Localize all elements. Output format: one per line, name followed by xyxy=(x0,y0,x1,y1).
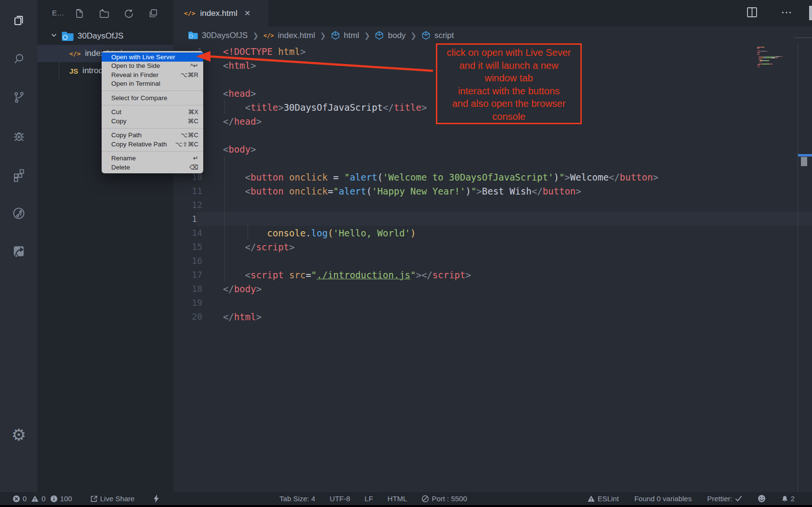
tab-bar: </> index.html ✕ xyxy=(173,0,812,26)
current-line-highlight xyxy=(196,212,812,226)
minimap[interactable] xyxy=(757,47,796,68)
menu-item-rename[interactable]: Rename↵ xyxy=(102,154,203,163)
lightning-status[interactable] xyxy=(153,494,159,503)
code-text: console.log('Hello, World') xyxy=(223,228,416,238)
annotation-text: and also open the browser xyxy=(452,97,566,110)
split-editor-icon[interactable] xyxy=(746,6,758,20)
tab-index-html[interactable]: </> index.html ✕ xyxy=(173,0,268,26)
extensions-icon[interactable] xyxy=(0,160,38,189)
code-line-18: 18</body> xyxy=(173,282,812,296)
code-text: <script src="./introduction.js"></script… xyxy=(223,270,471,280)
line-number: 20 xyxy=(173,312,202,322)
explorer-title: E… xyxy=(52,9,65,17)
indent-guide xyxy=(224,240,225,254)
code-text: </body> xyxy=(223,284,262,294)
source-control-icon[interactable] xyxy=(0,83,38,112)
menu-item-shortcut: ^↵ xyxy=(190,62,198,69)
code-text: <!DOCTYPE html> xyxy=(223,46,306,57)
menu-item-copy-relative-path[interactable]: Copy Relative Path⌥⇧⌘C xyxy=(102,140,203,149)
annotation-text: interact with the buttons xyxy=(458,85,560,98)
symbol-cube-icon xyxy=(375,31,384,40)
scrollbar-thumb[interactable] xyxy=(801,157,807,166)
menu-separator xyxy=(102,105,203,105)
folder-icon xyxy=(188,31,198,39)
warnings-status[interactable]: 0 xyxy=(31,494,45,503)
menu-item-delete[interactable]: Delete⌫ xyxy=(102,163,203,172)
menu-item-copy-path[interactable]: Copy Path⌥⌘C xyxy=(102,131,203,140)
breadcrumb-html[interactable]: html xyxy=(331,31,359,40)
status-bar: 0 0 100 Live Share Tab Size: 4 UTF-8 LF xyxy=(0,492,812,505)
menu-item-open-with-live-server[interactable]: Open with Live Server xyxy=(102,52,203,62)
debug-icon[interactable] xyxy=(0,122,38,151)
breadcrumb-script[interactable]: script xyxy=(421,31,454,40)
new-folder-icon[interactable] xyxy=(98,8,110,19)
menu-item-reveal-in-finder[interactable]: Reveal in Finder⌥⌘R xyxy=(102,70,203,79)
live-share-status[interactable]: Live Share xyxy=(90,494,135,503)
menu-item-cut[interactable]: Cut⌘X xyxy=(102,108,203,117)
menu-item-shortcut: ⌫ xyxy=(190,164,198,171)
breadcrumb-body[interactable]: body xyxy=(375,31,406,40)
code-line-17: 17 <script src="./introduction.js"></scr… xyxy=(173,268,812,282)
indent-guide xyxy=(224,156,225,170)
feedback-status[interactable] xyxy=(758,494,766,503)
code-line-20: 20</html> xyxy=(173,310,812,324)
indent-guide xyxy=(224,226,225,240)
more-actions-icon[interactable] xyxy=(780,6,793,21)
new-file-icon[interactable] xyxy=(74,8,85,19)
overview-cursor-marker xyxy=(798,154,812,156)
eslint-status[interactable]: ESLint xyxy=(587,494,619,503)
info-status[interactable]: 100 xyxy=(50,494,72,503)
menu-item-label: Open in Terminal xyxy=(111,80,198,87)
tree-root-folder[interactable]: 30DaysOfJS xyxy=(38,27,173,45)
menu-item-shortcut: ⌥⌘C xyxy=(181,131,198,139)
tree-root-label: 30DaysOfJS xyxy=(78,31,123,41)
notifications-status[interactable]: 2 xyxy=(781,494,795,503)
close-icon[interactable]: ✕ xyxy=(244,9,250,18)
code-text: <title>30DaysOfJavaScript</title> xyxy=(223,102,427,113)
refresh-icon[interactable] xyxy=(123,8,134,19)
code-text: <button onclick = "alert('Welcome to 30D… xyxy=(223,172,658,182)
gear-icon[interactable]: ⚙ xyxy=(0,420,38,449)
symbol-cube-icon xyxy=(421,31,431,40)
menu-item-open-in-terminal[interactable]: Open in Terminal xyxy=(102,79,203,89)
files-icon[interactable] xyxy=(0,6,38,35)
breadcrumb-folder[interactable]: 30DaysOfJS xyxy=(188,31,248,40)
code-text: <button onclick="alert('Happy New Year!'… xyxy=(223,186,581,196)
eol-status[interactable]: LF xyxy=(365,494,373,503)
menu-item-select-for-compare[interactable]: Select for Compare xyxy=(102,93,203,103)
warning-icon xyxy=(31,495,39,503)
tab-size-status[interactable]: Tab Size: 4 xyxy=(279,494,315,503)
search-icon[interactable] xyxy=(0,44,38,73)
code-text: </html> xyxy=(223,312,262,322)
encoding-status[interactable]: UTF-8 xyxy=(330,494,351,503)
port-status[interactable]: Port : 5500 xyxy=(421,494,467,503)
breadcrumb-file[interactable]: </> index.html xyxy=(263,31,315,40)
code-line-7: 7 xyxy=(173,128,812,142)
live-share-circle-icon[interactable] xyxy=(0,199,38,228)
menu-separator xyxy=(102,128,203,129)
menu-item-open-to-the-side[interactable]: Open to the Side^↵ xyxy=(102,62,203,71)
line-number: 12 xyxy=(173,200,202,210)
js-icon: JS xyxy=(69,67,78,75)
line-number: 14 xyxy=(173,228,202,238)
variables-status[interactable]: Found 0 variables xyxy=(634,494,692,503)
menu-separator xyxy=(102,151,203,152)
code-text: </script> xyxy=(223,242,295,252)
prettier-status[interactable]: Prettier: xyxy=(707,494,742,503)
language-status[interactable]: HTML xyxy=(388,494,407,503)
menu-item-shortcut: ⌘X xyxy=(188,108,198,116)
menu-item-label: Select for Compare xyxy=(111,94,198,102)
chevron-down-icon xyxy=(51,31,57,41)
indent-guide xyxy=(224,100,225,114)
code-text: <html> xyxy=(223,60,256,71)
indent-guide xyxy=(224,254,225,268)
menu-item-label: Reveal in Finder xyxy=(111,71,181,78)
share-arrow-icon[interactable] xyxy=(0,237,38,266)
activity-bar: ⚙ xyxy=(0,0,38,492)
errors-status[interactable]: 0 xyxy=(13,494,26,503)
explorer-header: E… xyxy=(38,0,173,26)
collapse-all-icon[interactable] xyxy=(147,8,159,19)
menu-item-label: Cut xyxy=(111,108,188,116)
html-code-icon: </> xyxy=(184,10,195,17)
menu-item-copy[interactable]: Copy⌘C xyxy=(102,117,203,126)
